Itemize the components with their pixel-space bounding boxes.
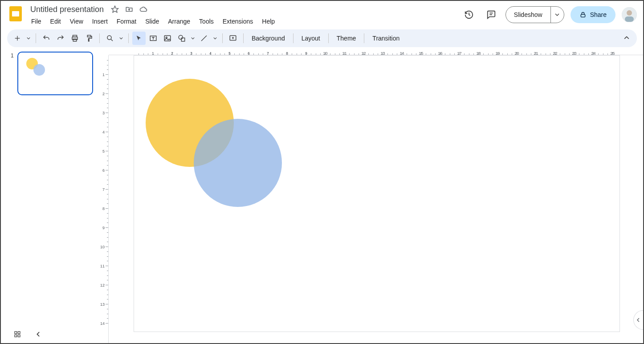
menubar: File Edit View Insert Format Slide Arran… bbox=[28, 16, 278, 27]
share-button[interactable]: Share bbox=[571, 6, 615, 23]
select-tool[interactable] bbox=[132, 32, 146, 45]
share-label: Share bbox=[590, 11, 607, 18]
toolbar-separator bbox=[128, 33, 129, 43]
menu-slide[interactable]: Slide bbox=[142, 16, 163, 27]
theme-button[interactable]: Theme bbox=[332, 35, 361, 42]
shape-dropdown[interactable] bbox=[189, 32, 196, 45]
new-slide-dropdown[interactable] bbox=[25, 32, 32, 45]
svg-point-22 bbox=[179, 35, 183, 39]
slideshow-button: Slideshow bbox=[505, 6, 564, 23]
toolbar-separator bbox=[36, 33, 36, 43]
menu-format[interactable]: Format bbox=[113, 16, 140, 27]
menu-tools[interactable]: Tools bbox=[196, 16, 217, 27]
slide-thumbnail-1[interactable] bbox=[17, 52, 93, 95]
menu-file[interactable]: File bbox=[28, 16, 45, 27]
toolbar-collapse-button[interactable] bbox=[620, 32, 633, 45]
slideshow-main[interactable]: Slideshow bbox=[506, 7, 550, 23]
menu-edit[interactable]: Edit bbox=[47, 16, 65, 27]
menu-extensions[interactable]: Extensions bbox=[219, 16, 257, 27]
slideshow-dropdown[interactable] bbox=[550, 7, 564, 23]
star-icon[interactable] bbox=[111, 5, 119, 13]
svg-line-24 bbox=[201, 36, 207, 41]
background-button[interactable]: Background bbox=[247, 35, 289, 42]
svg-rect-9 bbox=[625, 16, 634, 22]
toolbar-separator bbox=[293, 33, 293, 43]
grid-view-icon[interactable] bbox=[13, 330, 21, 338]
app-header: Untitled presentation File Edit View Ins… bbox=[1, 1, 643, 28]
menu-insert[interactable]: Insert bbox=[89, 16, 111, 27]
horizontal-ruler[interactable]: 1234567891011121314151617181920212223242… bbox=[109, 47, 643, 55]
transition-button[interactable]: Transition bbox=[368, 35, 404, 42]
svg-rect-23 bbox=[181, 38, 185, 41]
svg-rect-29 bbox=[18, 332, 20, 334]
title-icons bbox=[111, 5, 147, 13]
comment-add-button[interactable] bbox=[226, 32, 240, 45]
toolbar-separator bbox=[222, 33, 223, 43]
cloud-status-icon[interactable] bbox=[139, 5, 147, 13]
move-icon[interactable] bbox=[125, 5, 133, 13]
print-button[interactable] bbox=[68, 32, 82, 45]
workspace: 1 12345678910111213141516171819202122232… bbox=[1, 47, 643, 343]
shape-tool[interactable] bbox=[175, 32, 188, 45]
slides-logo[interactable] bbox=[7, 4, 25, 22]
header-right: Slideshow Share bbox=[461, 6, 637, 23]
slide-number: 1 bbox=[11, 53, 14, 59]
image-tool[interactable] bbox=[161, 32, 174, 45]
svg-point-15 bbox=[107, 36, 111, 40]
thumbnail-row: 1 bbox=[1, 52, 98, 95]
account-avatar[interactable] bbox=[622, 7, 637, 22]
redo-button[interactable] bbox=[54, 32, 67, 45]
toolbar-separator bbox=[99, 33, 100, 43]
title-row: Untitled presentation bbox=[28, 4, 278, 15]
svg-line-16 bbox=[111, 39, 113, 41]
filmstrip-footer bbox=[1, 325, 98, 343]
toolbar-separator bbox=[243, 33, 244, 43]
layout-button[interactable]: Layout bbox=[297, 35, 325, 42]
svg-rect-1 bbox=[12, 11, 19, 16]
new-slide-button[interactable] bbox=[11, 32, 24, 45]
svg-point-8 bbox=[627, 10, 632, 16]
toolbar: Background Layout Theme Transition bbox=[7, 29, 637, 47]
filmstrip: 1 bbox=[1, 47, 98, 343]
svg-rect-31 bbox=[18, 335, 20, 337]
svg-rect-28 bbox=[15, 332, 17, 334]
toolbar-separator bbox=[328, 33, 329, 43]
paint-format-button[interactable] bbox=[82, 32, 96, 45]
history-icon[interactable] bbox=[461, 7, 477, 23]
menu-view[interactable]: View bbox=[66, 16, 87, 27]
line-dropdown[interactable] bbox=[212, 32, 219, 45]
svg-rect-6 bbox=[581, 14, 585, 17]
toolbar-separator bbox=[364, 33, 364, 43]
lock-icon bbox=[579, 11, 587, 18]
svg-rect-20 bbox=[164, 36, 171, 41]
slide-canvas[interactable] bbox=[134, 55, 620, 332]
svg-marker-3 bbox=[112, 6, 118, 12]
zoom-button[interactable] bbox=[103, 32, 117, 45]
menu-help[interactable]: Help bbox=[258, 16, 278, 27]
vertical-ruler[interactable]: 1234567891011121314 bbox=[98, 55, 109, 343]
doc-title-input[interactable]: Untitled presentation bbox=[28, 5, 106, 14]
title-area: Untitled presentation File Edit View Ins… bbox=[28, 4, 278, 27]
shape-blue-circle[interactable] bbox=[194, 119, 282, 207]
thumb-blue-circle bbox=[33, 64, 45, 76]
zoom-dropdown[interactable] bbox=[118, 32, 125, 45]
slide-viewport bbox=[109, 55, 643, 343]
canvas-area: 1234567891011121314151617181920212223242… bbox=[98, 47, 643, 343]
filmstrip-collapse-icon[interactable] bbox=[35, 330, 43, 338]
svg-rect-30 bbox=[15, 335, 17, 337]
undo-button[interactable] bbox=[40, 32, 53, 45]
comments-icon[interactable] bbox=[483, 7, 499, 23]
line-tool[interactable] bbox=[197, 32, 211, 45]
menu-arrange[interactable]: Arrange bbox=[164, 16, 194, 27]
textbox-tool[interactable] bbox=[147, 32, 160, 45]
